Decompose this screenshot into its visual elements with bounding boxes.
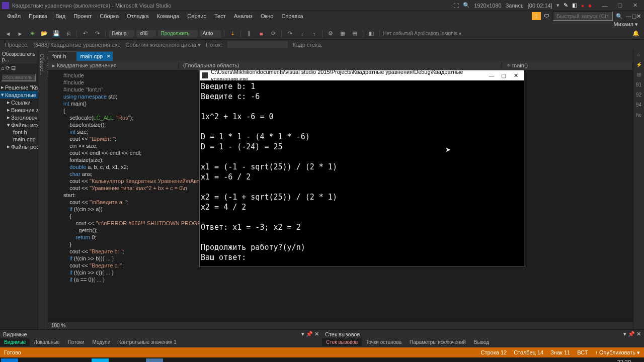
step-over-button[interactable]: ↷ — [285, 29, 295, 38]
record-icon[interactable]: ● — [581, 3, 585, 9]
process-combo[interactable]: [3488] Квадратные уравнения.exe — [34, 42, 121, 48]
console-taskbar-icon[interactable]: ▣ — [218, 358, 235, 362]
auto-combo[interactable]: Auto — [200, 30, 221, 37]
vs-close[interactable]: ✕ — [636, 13, 641, 20]
solution-node[interactable]: ▸Решение "Квадрат — [0, 83, 38, 91]
notif-bell-icon[interactable]: 🔔 — [631, 29, 641, 38]
menu-help[interactable]: Справка — [277, 12, 307, 20]
menu-edit[interactable]: Правка — [25, 12, 51, 20]
tab-locals[interactable]: Локальные — [30, 338, 64, 346]
tool-7[interactable]: № — [635, 112, 643, 120]
open-button[interactable]: 📂 — [39, 29, 49, 38]
user-menu[interactable]: Михаил ▾ — [614, 21, 638, 28]
maximize-button[interactable]: ▢ — [613, 1, 627, 10]
nav-func[interactable]: ⚬ main() — [502, 62, 633, 69]
panel-pin-icon-2[interactable]: ▾ 📌 ✕ — [623, 331, 641, 337]
tab-maincpp[interactable]: main.cpp✕ — [76, 51, 113, 61]
menu-test[interactable]: Тест — [210, 12, 230, 20]
step-into-button[interactable]: ↓ — [297, 29, 307, 38]
continue-button[interactable]: Продолжить — [158, 30, 198, 37]
nav-project[interactable]: ▸ Квадратные уравнения — [48, 62, 179, 69]
app-icon[interactable]: ▦ — [128, 358, 145, 362]
step-out-button[interactable]: ↑ — [309, 29, 319, 38]
chevron-down-icon[interactable]: ▾ — [556, 2, 559, 9]
tool-icon-3[interactable]: ▤ — [350, 29, 360, 38]
menu-debug[interactable]: Отладка — [123, 12, 152, 20]
tab-breakpoints[interactable]: Точки останова — [362, 338, 406, 346]
tool-icon-2[interactable]: ▦ — [338, 29, 348, 38]
minimize-button[interactable]: — — [598, 1, 612, 10]
appinsights-label[interactable]: Нет событий Application Insights ▾ — [383, 31, 461, 36]
tab-modules[interactable]: Модули — [88, 338, 114, 346]
menu-file[interactable]: Файл — [3, 12, 25, 20]
panel-pin-icon[interactable]: ▾ 📌 ✕ — [301, 331, 319, 337]
step-button[interactable]: ⇣ — [227, 29, 237, 38]
menu-project[interactable]: Проект — [69, 12, 96, 20]
back-button[interactable]: ◄ — [3, 29, 13, 38]
tool-icon[interactable]: ⚙ — [326, 29, 336, 38]
taskview-icon[interactable]: ▤ — [37, 358, 54, 362]
vk-icon[interactable]: B — [146, 358, 163, 362]
notification-badge[interactable]: 1 — [532, 12, 541, 20]
menu-tools[interactable]: Сервис — [183, 12, 210, 20]
feedback-icon[interactable]: 🗩 — [544, 13, 549, 19]
menu-team[interactable]: Команда — [153, 12, 184, 20]
menu-view[interactable]: Вид — [51, 12, 69, 20]
nav-scope[interactable]: (Глобальная область) — [179, 62, 502, 68]
redo-button[interactable]: ↷ — [92, 29, 102, 38]
file-fonth[interactable]: font.h — [0, 129, 38, 136]
start-button[interactable]: ⊞ — [1, 358, 18, 362]
vs-restore[interactable]: ▢ — [631, 13, 636, 20]
platform-combo[interactable]: x86 — [136, 30, 155, 37]
tab-output[interactable]: Вывод — [470, 338, 493, 346]
chrome-icon[interactable]: ◉ — [110, 358, 127, 362]
restart-button[interactable]: ⟳ — [268, 29, 278, 38]
headers-node[interactable]: ▸Заголовочн — [0, 114, 38, 121]
search-taskbar[interactable]: 🔍 — [19, 358, 36, 362]
home-icon[interactable]: ⌂ — [1, 65, 5, 71]
tool-1[interactable]: ⌂ — [635, 52, 643, 60]
tray-clock[interactable]: 22:2029.09.2016 — [603, 359, 631, 362]
obs-icon[interactable]: ● — [164, 358, 181, 362]
explorer-icon[interactable]: 📁 — [55, 358, 72, 362]
close-tab-icon[interactable]: ✕ — [107, 54, 111, 59]
console-maximize[interactable]: ▢ — [498, 72, 510, 79]
fullscreen-icon[interactable]: ⛶ — [453, 3, 459, 9]
console-close[interactable]: ✕ — [510, 72, 522, 79]
eraser-icon[interactable]: ◧ — [572, 2, 577, 9]
resources-node[interactable]: ▸Файлы ресу — [0, 143, 38, 150]
quick-launch-input[interactable] — [552, 11, 613, 21]
menu-analyze[interactable]: Анализ — [230, 12, 257, 20]
file-maincpp[interactable]: main.cpp — [0, 136, 38, 143]
config-combo[interactable]: Debug — [109, 30, 134, 37]
vs-minimize[interactable]: — — [626, 13, 631, 19]
tab-exceptions[interactable]: Параметры исключений — [406, 338, 470, 346]
stop-debug-button[interactable]: ■ — [256, 29, 266, 38]
stop-icon[interactable]: ■ — [588, 3, 592, 9]
tab-visible[interactable]: Видимые — [0, 338, 30, 346]
source-node[interactable]: ▾Файлы исхо — [0, 121, 38, 129]
search-icon[interactable]: 🔍 — [616, 13, 623, 20]
tab-explorer[interactable]: Обозре... — [38, 50, 46, 329]
vs-taskbar-icon[interactable]: ∞ — [200, 358, 217, 362]
explorer-search[interactable] — [1, 73, 36, 81]
publish-button[interactable]: ↑ Опубликовать ▾ — [595, 349, 640, 356]
tool-6[interactable]: 94 — [635, 102, 643, 110]
refs-node[interactable]: ▸Ссылки — [0, 99, 38, 106]
zoom-level[interactable]: 100 % — [48, 321, 633, 329]
calc-icon[interactable]: 🖩 — [73, 358, 91, 362]
tool-3[interactable]: ⊞ — [635, 72, 643, 80]
forward-button[interactable]: ► — [15, 29, 25, 38]
tab-fonth[interactable]: font.h — [48, 51, 76, 61]
skype-icon[interactable]: S — [92, 358, 109, 362]
close-button[interactable]: ✕ — [628, 1, 642, 10]
console-minimize[interactable]: — — [486, 72, 498, 79]
save-all-button[interactable]: ⎘ — [63, 29, 73, 38]
tab-threads[interactable]: Потоки — [64, 338, 89, 346]
project-node[interactable]: ▾Квадратные ур — [0, 91, 38, 99]
tool-5[interactable]: 92 — [635, 92, 643, 100]
refresh-icon[interactable]: ⟳ — [6, 65, 10, 71]
tool-2[interactable]: ⚡ — [635, 62, 643, 70]
menu-build[interactable]: Сборка — [96, 12, 123, 20]
bookmark-icon[interactable]: ◧ — [366, 29, 376, 38]
